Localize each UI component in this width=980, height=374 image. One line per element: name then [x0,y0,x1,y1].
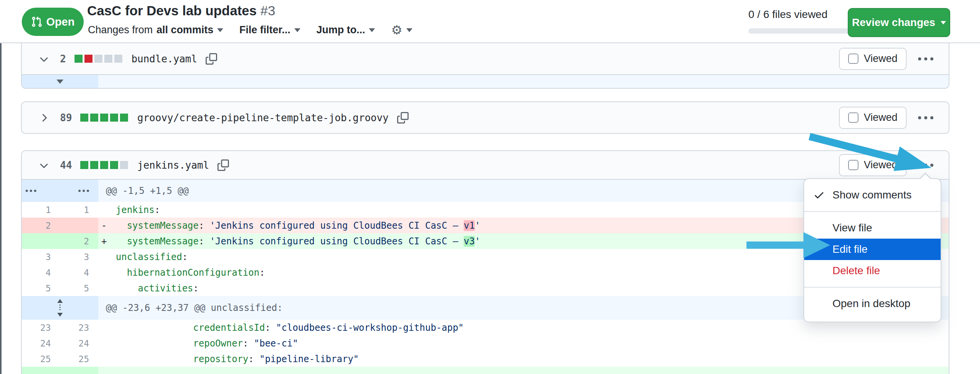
old-line-number[interactable]: 4 [22,265,60,280]
chevron-down-icon [294,28,300,32]
chevron-down-icon [217,28,223,32]
file-card-bundle: 2 bundle.yaml Viewed [21,43,949,89]
file-options-menu: Show comments View file Edit file Delete… [803,178,941,322]
chevron-down-icon[interactable] [38,53,50,65]
menu-item-show-comments[interactable]: Show comments [804,184,941,206]
new-line-number[interactable]: 1 [60,202,98,218]
added-marker: + [101,236,107,247]
diffstat-squares [75,55,122,63]
chevron-down-icon [406,28,412,32]
git-pull-request-icon [31,16,42,28]
file-header-jenkins: 44 jenkins.yaml Viewed [22,151,949,180]
review-changes-label: Review changes [852,16,935,29]
viewed-label: Viewed [864,53,897,65]
file-options-kebab-button[interactable] [917,112,935,123]
expand-dots-icon [78,190,98,192]
new-line-number[interactable]: 4 [60,265,98,280]
menu-item-view-file[interactable]: View file [804,217,941,239]
diff-line: 25 25 repository: "pipeline-library" [22,351,949,367]
code-line: repository: "pipeline-library" [98,351,949,367]
old-line-number[interactable]: 23 [22,320,60,335]
copy-icon[interactable] [206,53,217,65]
pr-title-text: CasC for Devs lab updates [87,3,256,18]
viewed-label: Viewed [864,112,897,124]
old-line-number[interactable]: 1 [22,202,60,218]
menu-divider [804,211,941,212]
page-title: CasC for Devs lab updates #3 [87,3,275,18]
file-filter-dropdown[interactable]: File filter... [239,24,300,36]
diff-settings-dropdown[interactable]: ⚙ [391,24,412,36]
old-line-number[interactable]: 24 [22,335,60,351]
expand-down-button[interactable] [22,75,98,88]
file-header-bundle: 2 bundle.yaml Viewed [22,43,949,75]
changes-from-value: all commits [157,24,214,36]
review-changes-button[interactable]: Review changes [848,8,950,37]
pr-files-changed-page: { "header": { "status": "Open", "title":… [0,0,980,374]
jump-to-label: Jump to... [316,24,365,36]
diff-line: 24 24 repoOwner: "bee-ci" [22,335,949,351]
expand-hunk-button[interactable] [22,296,98,320]
old-line-number[interactable] [22,233,60,249]
menu-item-edit-file[interactable]: Edit file [804,239,941,260]
new-line-number[interactable]: 5 [60,280,98,296]
chevron-down-icon[interactable] [38,159,50,171]
menu-divider [804,287,941,288]
file-name[interactable]: jenkins.yaml [137,159,209,171]
unfold-icon [55,299,65,317]
triangle-down-icon [57,80,63,84]
changes-from-label: Changes from [88,24,153,36]
viewed-checkbox[interactable] [848,54,858,64]
new-line-number[interactable]: 23 [60,320,98,335]
diffstat-squares [80,114,128,122]
pr-status-label: Open [46,16,75,28]
file-name[interactable]: groovy/create-pipeline-template-job.groo… [137,112,388,124]
chevron-down-icon [369,28,375,32]
menu-item-delete-file[interactable]: Delete file [804,260,941,281]
removed-word-highlight: v1 [464,220,475,231]
removed-marker: - [101,220,107,231]
file-header-groovy: 89 groovy/create-pipeline-template-job.g… [22,102,949,133]
viewed-toggle[interactable]: Viewed [839,107,907,129]
new-line-number[interactable]: 2 [60,233,98,249]
expand-dots-icon [26,190,45,192]
changes-from-dropdown[interactable]: Changes from all commits [88,24,223,36]
gear-icon: ⚙ [391,24,402,36]
file-card-groovy: 89 groovy/create-pipeline-template-job.g… [21,101,949,134]
viewed-checkbox[interactable] [848,112,858,123]
file-name[interactable]: bundle.yaml [131,53,197,65]
viewed-toggle[interactable]: Viewed [839,154,907,176]
diffstat-squares [80,161,128,169]
page-left-edge [0,43,2,374]
new-line-number[interactable]: 25 [60,351,98,367]
viewed-toggle[interactable]: Viewed [839,48,907,70]
jump-to-dropdown[interactable]: Jump to... [316,24,375,36]
copy-icon[interactable] [397,112,409,124]
file-filter-label: File filter... [239,24,290,36]
new-line-number[interactable]: 3 [60,249,98,265]
new-line-number[interactable] [60,218,98,233]
code-line: repoOwner: "bee-ci" [98,335,949,351]
menu-item-open-in-desktop[interactable]: Open in desktop [804,293,941,314]
pr-status-badge: Open [22,8,84,36]
diff-line-partial [22,367,949,374]
files-viewed-status: 0 / 6 files viewed [748,8,827,21]
file-change-count: 44 [60,159,72,171]
added-word-highlight: v3 [464,236,475,247]
pr-toolbar: Changes from all commits File filter... … [88,24,412,36]
expand-hunk-button[interactable] [22,180,98,202]
chevron-right-icon[interactable] [38,112,50,124]
file-options-kebab-button[interactable] [917,54,935,64]
old-line-number[interactable]: 25 [22,351,60,367]
viewed-checkbox[interactable] [848,160,858,170]
copy-icon[interactable] [217,159,229,171]
old-line-number[interactable]: 2 [22,218,60,233]
file-change-count: 89 [60,112,72,124]
check-icon [813,189,825,201]
file-change-count: 2 [60,53,66,65]
file-options-kebab-button[interactable] [917,160,935,171]
new-line-number[interactable]: 24 [60,335,98,351]
old-line-number[interactable]: 3 [22,249,60,265]
chevron-down-icon [941,21,946,24]
old-line-number[interactable]: 5 [22,280,60,296]
pr-number: #3 [260,3,275,18]
